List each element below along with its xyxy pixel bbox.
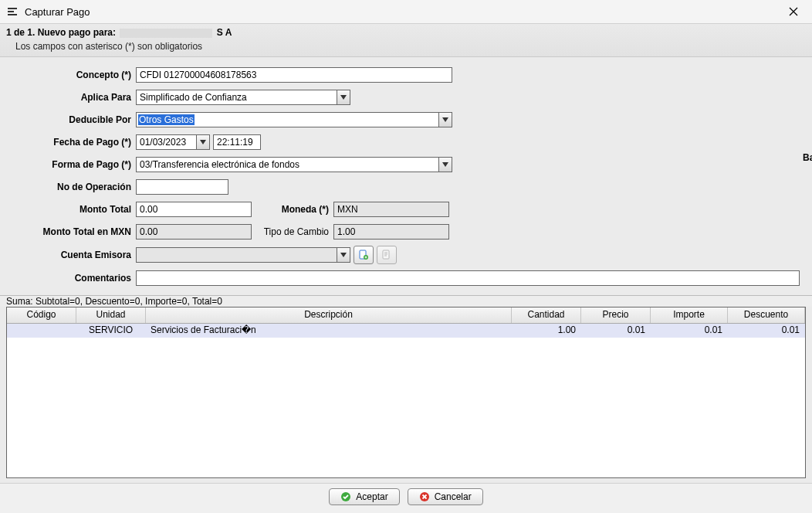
th-codigo[interactable]: Código xyxy=(7,307,76,323)
monto-total-input[interactable] xyxy=(136,202,252,217)
cell-descripcion: Servicios de Facturaci�n xyxy=(146,324,512,338)
fecha-pago-datepicker[interactable] xyxy=(136,134,210,150)
cuenta-emisora-combo[interactable] xyxy=(136,247,350,263)
forma-pago-combo[interactable] xyxy=(136,157,452,172)
table-body: SERVICIO Servicios de Facturaci�n 1.00 0… xyxy=(7,324,805,477)
label-deducible-por: Deducible Por xyxy=(8,114,136,125)
aplica-para-combo[interactable] xyxy=(136,90,350,105)
chevron-down-icon[interactable] xyxy=(438,157,452,172)
label-fecha-pago: Fecha de Pago (*) xyxy=(8,137,136,148)
hora-pago-input[interactable] xyxy=(213,134,261,150)
svg-rect-1 xyxy=(8,11,14,12)
line-items-table: Código Unidad Descripción Cantidad Preci… xyxy=(6,307,806,478)
concepto-input[interactable] xyxy=(136,67,452,83)
deducible-por-value: Otros Gastos xyxy=(138,114,195,125)
app-icon xyxy=(6,5,19,18)
cuenta-emisora-input[interactable] xyxy=(136,247,337,263)
svg-marker-9 xyxy=(340,253,347,257)
label-moneda: Moneda (*) xyxy=(252,204,333,215)
comentarios-input[interactable] xyxy=(136,270,800,286)
label-cuenta-emisora: Cuenta Emisora xyxy=(8,250,136,260)
forma-pago-input[interactable] xyxy=(136,157,438,172)
label-monto-total-mxn: Monto Total en MXN xyxy=(8,226,136,237)
label-concepto: Concepto (*) xyxy=(8,70,136,80)
no-operacion-input[interactable] xyxy=(136,179,228,195)
moneda-input xyxy=(333,202,449,217)
edit-icon xyxy=(381,250,392,260)
label-no-operacion: No de Operación xyxy=(8,182,136,192)
svg-marker-8 xyxy=(442,162,448,167)
tipo-cambio-input xyxy=(333,224,449,240)
aceptar-label: Aceptar xyxy=(356,491,387,502)
th-unidad[interactable]: Unidad xyxy=(76,307,146,323)
cell-cantidad: 1.00 xyxy=(512,324,581,338)
label-forma-pago: Forma de Pago (*) xyxy=(8,159,136,170)
table-header: Código Unidad Descripción Cantidad Preci… xyxy=(7,307,805,324)
svg-rect-2 xyxy=(8,14,17,15)
svg-rect-0 xyxy=(8,8,17,9)
chevron-down-icon[interactable] xyxy=(438,112,452,127)
cancelar-label: Cancelar xyxy=(435,491,472,502)
dialog-buttons: Aceptar Cancelar xyxy=(0,483,812,513)
svg-marker-5 xyxy=(340,95,347,100)
close-button[interactable] xyxy=(781,0,806,23)
cell-codigo xyxy=(7,324,76,338)
subheader: 1 de 1. Nuevo pago para: S A Los campos … xyxy=(0,24,812,57)
aceptar-button[interactable]: Aceptar xyxy=(329,488,399,505)
subheader-line1: 1 de 1. Nuevo pago para: S A xyxy=(6,25,806,39)
th-precio[interactable]: Precio xyxy=(581,307,651,323)
edit-account-button[interactable] xyxy=(377,246,397,264)
label-comentarios: Comentarios xyxy=(8,273,136,284)
th-descuento[interactable]: Descuento xyxy=(728,307,805,323)
cancel-icon xyxy=(419,491,430,502)
chevron-down-icon[interactable] xyxy=(337,247,350,263)
chevron-down-icon[interactable] xyxy=(337,90,350,105)
subheader-prefix: 1 de 1. Nuevo pago para: xyxy=(6,27,116,38)
cell-unidad: SERVICIO xyxy=(76,324,146,338)
cell-descuento: 0.01 xyxy=(728,324,805,338)
document-plus-icon xyxy=(358,250,369,260)
add-account-button[interactable] xyxy=(354,246,374,264)
cell-precio: 0.01 xyxy=(581,324,651,338)
deducible-por-combo[interactable]: Otros Gastos xyxy=(136,112,452,127)
label-tipo-cambio: Tipo de Cambio xyxy=(252,226,333,237)
th-importe[interactable]: Importe xyxy=(651,307,728,323)
fecha-pago-input[interactable] xyxy=(136,134,196,150)
titlebar: Capturar Pago xyxy=(0,0,812,24)
mandatory-note: Los campos con asterisco (*) son obligat… xyxy=(6,39,806,52)
monto-total-mxn-input xyxy=(136,224,252,240)
subheader-obscured xyxy=(120,29,212,38)
label-monto-total: Monto Total xyxy=(8,204,136,215)
chevron-down-icon[interactable] xyxy=(196,134,210,150)
label-base-iva-exento: Base IVA Exento xyxy=(803,152,812,163)
close-icon xyxy=(789,7,798,16)
table-row[interactable]: SERVICIO Servicios de Facturaci�n 1.00 0… xyxy=(7,324,805,338)
summary-line: Suma: Subtotal=0, Descuento=0, Importe=0… xyxy=(0,295,812,307)
window-title: Capturar Pago xyxy=(25,6,781,18)
th-descripcion[interactable]: Descripción xyxy=(146,307,512,323)
label-aplica-para: Aplica Para xyxy=(8,92,136,103)
svg-marker-6 xyxy=(442,117,448,122)
check-icon xyxy=(340,491,351,502)
th-cantidad[interactable]: Cantidad xyxy=(512,307,581,323)
cell-importe: 0.01 xyxy=(651,324,728,338)
deducible-por-input[interactable]: Otros Gastos xyxy=(136,112,438,127)
subheader-suffix: S A xyxy=(217,27,232,38)
cancelar-button[interactable]: Cancelar xyxy=(408,488,483,505)
aplica-para-input[interactable] xyxy=(136,90,337,105)
svg-marker-7 xyxy=(200,140,206,144)
